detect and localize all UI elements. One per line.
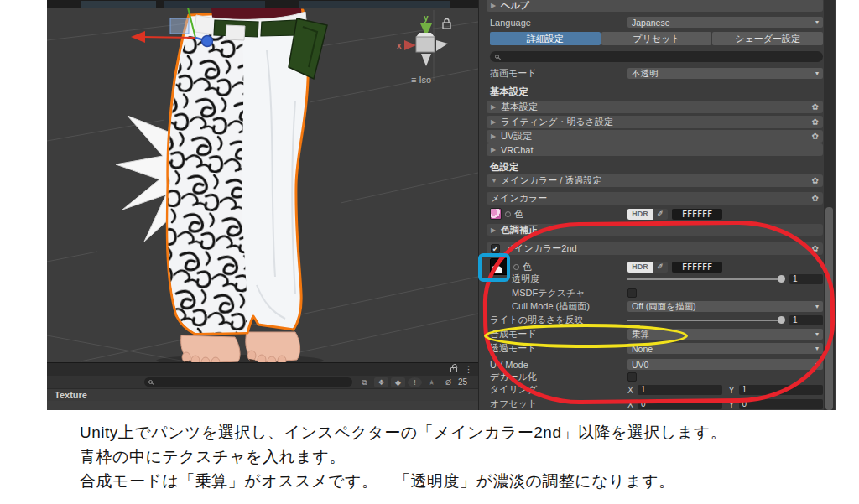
gizmo-x-arrowhead[interactable] (131, 31, 145, 43)
hex-color-field[interactable]: FFFFFF (672, 262, 722, 273)
iso-mode-label[interactable]: ≡ Iso (411, 75, 431, 85)
foldout-uv[interactable]: ▶ UV設定 ✿ (487, 130, 823, 143)
color-label: 色 (523, 261, 532, 273)
texture-slot-dot-icon[interactable] (505, 211, 511, 217)
kebab-menu-icon[interactable]: ⋮ (464, 365, 473, 374)
slider-knob[interactable] (778, 275, 785, 283)
opacity-row: 透明度 1 (490, 273, 823, 284)
gizmo-plane-handle[interactable] (170, 18, 189, 34)
caption-text: Unity上でパンツを選択し、インスペクターの「メインカラー2nd」以降を選択し… (80, 420, 826, 493)
main-color-subheader[interactable]: メインカラー ✿ (487, 192, 823, 205)
msdf-checkbox[interactable] (627, 288, 637, 298)
gizmo-x-axis[interactable] (141, 37, 195, 38)
gizmo-z-handle[interactable] (202, 36, 213, 47)
hdr-button[interactable]: HDR (627, 262, 653, 273)
tab-strip-segment (164, 1, 265, 8)
foldout-tone-correction[interactable]: ▶ 色調補正 (487, 224, 823, 236)
tiling-x-field[interactable]: 1 (638, 385, 722, 395)
hidden-objects-icon[interactable]: Ø (441, 377, 456, 387)
gear-icon[interactable]: ✿ (812, 102, 819, 112)
tiling-y-field[interactable]: 1 (739, 385, 824, 395)
main-color-texture-thumbnail[interactable] (490, 208, 502, 220)
slider-knob[interactable] (778, 316, 785, 324)
foldout-lighting[interactable]: ▶ ライティング・明るさ設定 ✿ (487, 116, 823, 128)
foldout-arrow-icon: ▼ (491, 177, 501, 184)
gear-icon[interactable]: ✿ (812, 244, 819, 253)
offset-y-field[interactable]: 0 (739, 399, 824, 409)
decal-checkbox[interactable] (627, 372, 637, 382)
subheader-label: メインカラー2nd (505, 242, 577, 255)
eyedropper-icon[interactable]: ✐ (653, 209, 668, 220)
language-dropdown[interactable]: Japanese ▾ (627, 17, 823, 28)
foldout-main-color-section[interactable]: ▼ メインカラー / 透過設定 ✿ (487, 174, 823, 187)
gear-icon[interactable]: ✿ (812, 194, 819, 203)
alert-icon[interactable]: ! (408, 377, 422, 387)
axis-cone-right[interactable] (436, 40, 448, 51)
foldout-arrow-icon: ▶ (491, 226, 501, 234)
chevron-down-icon: ▾ (815, 70, 819, 77)
blend-mode-row: 合成モード 乗算 ▾ (490, 328, 823, 340)
blend-mode-dropdown[interactable]: 乗算 ▾ (627, 329, 823, 340)
gizmo-cube[interactable] (416, 37, 435, 52)
tag-icon[interactable]: ◆ (391, 377, 405, 387)
cull-mode-dropdown[interactable]: Off (両面を描画) ▾ (627, 301, 823, 312)
pants-left-leg-textured[interactable] (168, 34, 247, 333)
scene-view[interactable]: y x ≡ Iso ⋮ ⧉ ❖ ◆ ! ★ (47, 0, 478, 410)
chevron-down-icon: ▾ (815, 345, 819, 352)
decal-row: デカール化 (490, 372, 823, 382)
uv-mode-dropdown[interactable]: UV0 ▾ (627, 359, 823, 370)
foldout-help[interactable]: ▶ ヘルプ (487, 0, 823, 12)
caption-line-2: 青枠の中にテクスチャを入れます。 (80, 444, 826, 469)
cull-mode-label: Cull Mode (描画面) (490, 300, 627, 313)
x-label: X (627, 385, 638, 395)
tab-presets[interactable]: プリセット (601, 32, 712, 45)
scene-canvas[interactable]: y x ≡ Iso (47, 8, 478, 362)
search-toolbar: ⧉ ❖ ◆ ! ★ Ø 25 (47, 376, 478, 388)
gear-icon[interactable]: ✿ (812, 132, 819, 141)
inspector-panel: ▶ ヘルプ Language Japanese ▾ 詳細設定 プリセット シェー… (478, 0, 836, 410)
foldout-arrow-icon: ▶ (491, 146, 501, 153)
uv-mode-row: UV Mode UV0 ▾ (490, 358, 823, 371)
scene-search-input[interactable] (144, 377, 352, 387)
orientation-gizmo[interactable]: y x ≡ Iso (397, 13, 450, 85)
tab-detail-settings[interactable]: 詳細設定 (490, 32, 601, 45)
axis-cone-bottom[interactable] (421, 54, 431, 66)
foldout-base-settings[interactable]: ▶ 基本設定 ✿ (487, 101, 823, 113)
inspector-search-input[interactable] (490, 51, 823, 62)
light-brightness-value-field[interactable]: 1 (789, 315, 823, 325)
light-brightness-slider[interactable] (627, 314, 785, 325)
axis-x-cone[interactable] (404, 40, 416, 50)
unlock-icon[interactable] (450, 367, 457, 372)
hdr-button[interactable]: HDR (627, 209, 653, 220)
caption-line-1: Unity上でパンツを選択し、インスペクターの「メインカラー2nd」以降を選択し… (80, 420, 826, 444)
texture-slot-dot-icon[interactable] (513, 264, 519, 270)
render-mode-dropdown[interactable]: 不透明 ▾ (627, 68, 823, 79)
foldout-label: UV設定 (501, 130, 532, 143)
main-color-2nd-header[interactable]: ✔ メインカラー2nd ✿ (487, 242, 823, 255)
offset-x-field[interactable]: 0 (638, 399, 722, 409)
tab-shader-settings[interactable]: シェーダー設定 (712, 32, 823, 45)
inspector-scrollbar[interactable] (824, 0, 835, 410)
focus-icon[interactable]: ⧉ (357, 377, 372, 387)
light-brightness-label: ライトの明るさを反映 (490, 314, 627, 326)
gear-icon[interactable]: ✿ (812, 176, 819, 185)
chevron-down-icon: ▾ (815, 303, 819, 310)
gizmo-cube-top (416, 33, 435, 37)
main-color-2nd-checkbox[interactable]: ✔ (491, 244, 500, 253)
hex-color-field[interactable]: FFFFFF (672, 209, 722, 220)
alpha-mode-dropdown[interactable]: None ▾ (627, 343, 823, 354)
gear-icon[interactable]: ✿ (812, 117, 819, 127)
blend-mode-label: 合成モード (490, 328, 627, 340)
opacity-value-field[interactable]: 1 (789, 274, 823, 284)
main-color-row: 色 HDR ✐ FFFFFF (490, 207, 823, 221)
star-icon[interactable]: ★ (424, 377, 439, 387)
pants-model[interactable] (167, 10, 308, 334)
eyedropper-icon[interactable]: ✐ (653, 262, 668, 273)
gizmo-toggle-icon[interactable]: ❖ (374, 377, 388, 387)
opacity-slider[interactable] (627, 273, 785, 284)
render-mode-row: 描画モード 不透明 ▾ (490, 67, 823, 80)
scrollbar-thumb[interactable] (825, 207, 833, 410)
scene-tab-strip (47, 0, 478, 8)
texture-panel-header[interactable]: Texture (47, 388, 478, 401)
foldout-vrchat[interactable]: ▶ VRChat (487, 143, 823, 156)
